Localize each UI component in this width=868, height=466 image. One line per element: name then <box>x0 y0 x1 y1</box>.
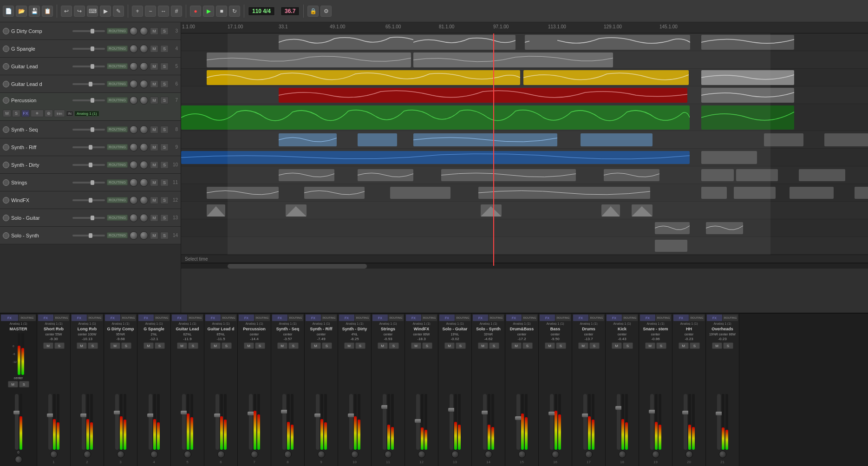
ch-routing-6[interactable]: ROUTING <box>255 315 270 321</box>
track-power-11[interactable] <box>3 215 9 221</box>
track-route-btn-5[interactable]: ⊕ <box>31 110 44 117</box>
ch-solo-10[interactable]: S <box>389 342 399 349</box>
ch-routing-2[interactable]: ROUTING <box>121 315 136 321</box>
master-fader-thumb[interactable] <box>13 411 20 414</box>
master-mute-btn[interactable]: M <box>8 381 18 387</box>
ch-knob-10[interactable] <box>385 451 392 458</box>
ch-knob-8[interactable] <box>318 451 325 458</box>
clip-1-2[interactable] <box>413 35 516 50</box>
track-pan-6[interactable] <box>130 125 138 134</box>
clip-9-4[interactable] <box>478 187 650 199</box>
track-name-9[interactable]: Strings <box>11 180 71 185</box>
track-routing-2[interactable]: ROUTING <box>107 46 128 52</box>
ch-fx-3[interactable]: FX <box>138 315 154 321</box>
redo-button[interactable]: ↪ <box>74 6 85 17</box>
zoom-in-button[interactable]: + <box>132 6 143 17</box>
tracks-area[interactable] <box>181 33 868 255</box>
master-fader-track[interactable] <box>15 394 19 450</box>
track-vol-11[interactable] <box>140 214 148 222</box>
track-fader-8[interactable] <box>72 164 105 166</box>
ch-mute-8[interactable]: M <box>311 342 321 349</box>
ch-routing-15[interactable]: ROUTING <box>555 315 571 321</box>
ch-routing-3[interactable]: ROUTING <box>154 315 170 321</box>
clip-6-2[interactable] <box>358 133 397 146</box>
track-routing-11[interactable]: ROUTING <box>107 215 128 221</box>
ch-fx-12[interactable]: FX <box>439 315 455 321</box>
ch-fx-18[interactable]: FX <box>640 315 655 321</box>
track-vol-3[interactable] <box>140 62 148 71</box>
zoom-full-button[interactable]: ↔ <box>158 6 169 17</box>
track-name-7[interactable]: Synth - Riff <box>11 144 71 150</box>
clip-6-1[interactable] <box>279 133 337 146</box>
ch-solo-13[interactable]: S <box>489 342 499 349</box>
undo-button[interactable]: ↩ <box>61 6 72 17</box>
ch-fader-14[interactable] <box>516 394 520 450</box>
track-lane-11[interactable] <box>181 219 868 237</box>
clip-8-1[interactable] <box>279 169 334 181</box>
track-name-6[interactable]: Synth - Seq <box>11 127 71 132</box>
track-lane-10[interactable] <box>181 202 868 219</box>
ch-fader-20[interactable] <box>717 394 721 450</box>
ch-solo-3[interactable]: S <box>155 342 165 349</box>
ch-fader-thumb-12[interactable] <box>448 408 455 412</box>
clip-9-3[interactable] <box>390 187 450 199</box>
ch-mute-3[interactable]: M <box>144 342 154 349</box>
track-fader-4[interactable] <box>72 83 105 85</box>
ch-fader-15[interactable] <box>550 394 554 450</box>
clip-9-2[interactable] <box>304 187 365 199</box>
track-lane-6[interactable] <box>181 131 868 149</box>
ch-fx-14[interactable]: FX <box>506 315 522 321</box>
track-mute-2[interactable]: M <box>150 45 158 53</box>
ch-routing-9[interactable]: ROUTING <box>355 315 370 321</box>
ch-routing-14[interactable]: ROUTING <box>522 315 537 321</box>
track-trim-btn-5[interactable]: trim <box>54 110 65 117</box>
clip-10-1[interactable] <box>207 204 225 217</box>
track-env-btn-5[interactable]: ⊚ <box>45 110 53 117</box>
track-solo-7[interactable]: S <box>160 144 169 151</box>
ch-mute-20[interactable]: M <box>712 342 722 349</box>
clip-9-1[interactable] <box>207 187 279 199</box>
ch-fader-thumb-10[interactable] <box>381 405 388 409</box>
ch-fader-thumb-19[interactable] <box>682 411 689 414</box>
ch-fx-9[interactable]: FX <box>339 315 354 321</box>
track-power-8[interactable] <box>3 162 9 168</box>
clip-10-2[interactable] <box>286 204 307 217</box>
ch-fader-thumb-4[interactable] <box>181 411 187 414</box>
track-solo-9[interactable]: S <box>160 179 169 186</box>
ch-solo-9[interactable]: S <box>355 342 365 349</box>
ch-knob-11[interactable] <box>418 451 425 458</box>
track-name-12[interactable]: Solo - Synth <box>11 233 71 238</box>
ch-fx-7[interactable]: FX <box>272 315 287 321</box>
ch-fx-8[interactable]: FX <box>306 315 321 321</box>
master-fx-btn[interactable]: FX <box>1 315 18 321</box>
ch-fx-16[interactable]: FX <box>573 315 588 321</box>
clip-3-3[interactable] <box>701 70 794 85</box>
ch-solo-1[interactable]: S <box>88 342 98 349</box>
track-routing-10[interactable]: ROUTING <box>107 197 128 203</box>
ch-fader-thumb-2[interactable] <box>114 411 120 414</box>
ch-solo-15[interactable]: S <box>556 342 566 349</box>
ch-fader-thumb-17[interactable] <box>615 406 622 410</box>
track-lane-3[interactable] <box>181 69 868 86</box>
ch-mute-1[interactable]: M <box>77 342 87 349</box>
h-scroll-thumb[interactable] <box>228 264 367 269</box>
clip-6-6[interactable] <box>824 133 868 146</box>
ch-knob-7[interactable] <box>284 451 292 458</box>
track-solo-12[interactable]: S <box>160 232 169 239</box>
track-pan-3[interactable] <box>130 62 138 71</box>
ch-knob-3[interactable] <box>150 451 158 458</box>
ch-mute-5[interactable]: M <box>210 342 221 349</box>
track-vol-10[interactable] <box>140 196 148 204</box>
track-power-12[interactable] <box>3 232 9 239</box>
clip-7-2[interactable] <box>701 151 757 164</box>
ch-fader-thumb-14[interactable] <box>515 416 522 420</box>
ch-knob-2[interactable] <box>117 451 124 458</box>
ch-solo-7[interactable]: S <box>288 342 299 349</box>
track-vol-2[interactable] <box>140 45 148 53</box>
track-power-9[interactable] <box>3 179 9 186</box>
ch-mute-0[interactable]: M <box>43 342 53 349</box>
track-lane-2[interactable] <box>181 51 868 69</box>
track-pan-11[interactable] <box>130 214 138 222</box>
zoom-out-button[interactable]: − <box>145 6 156 17</box>
track-routing-5[interactable]: ROUTING <box>107 97 128 103</box>
